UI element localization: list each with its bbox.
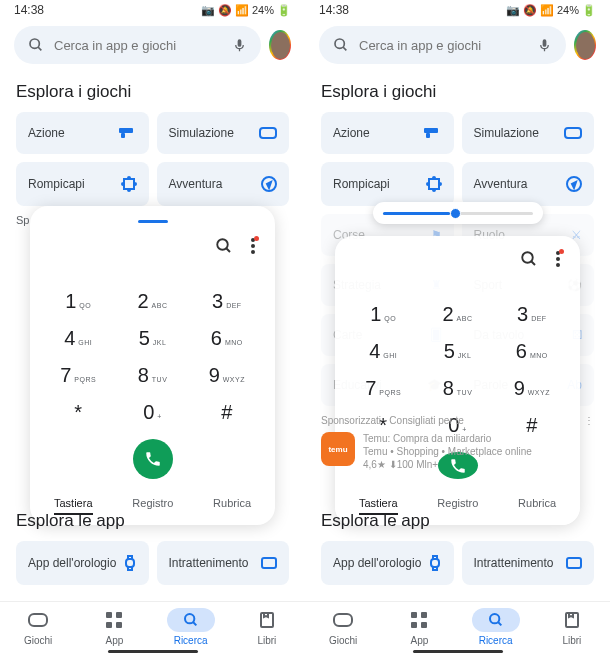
volume-slider[interactable]	[373, 202, 543, 224]
gesture-bar[interactable]	[413, 650, 503, 653]
nav-books[interactable]: Libri	[548, 608, 596, 646]
search-icon	[28, 37, 44, 53]
svg-rect-23	[424, 128, 438, 133]
chip-avventura[interactable]: Avventura	[157, 162, 290, 206]
svg-rect-24	[426, 133, 430, 138]
key-9[interactable]: 9WXYZ	[199, 359, 255, 392]
svg-rect-14	[106, 612, 112, 618]
sponsored-app[interactable]: temu Temu: Compra da miliardario Temu • …	[321, 432, 594, 471]
chip-watch-apps[interactable]: App dell'orologio	[16, 541, 149, 585]
avatar[interactable]	[269, 30, 291, 60]
key-7[interactable]: 7PQRS	[50, 359, 106, 392]
nav-games[interactable]: Giochi	[319, 608, 367, 646]
dialer-search-icon[interactable]	[520, 250, 538, 268]
search-bar[interactable]	[14, 26, 261, 64]
key-5[interactable]: 5JKL	[124, 322, 180, 355]
dialer-search-icon[interactable]	[215, 237, 233, 255]
compass-icon	[566, 176, 582, 192]
key-3[interactable]: 3DEF	[199, 285, 255, 318]
gun-icon	[424, 126, 442, 140]
nav-games[interactable]: Giochi	[14, 608, 62, 646]
key-5[interactable]: 5JKL	[429, 335, 485, 368]
key-7[interactable]: 7PQRS	[355, 372, 411, 405]
mic-icon[interactable]	[232, 38, 247, 53]
key-8[interactable]: 8TUV	[124, 359, 180, 392]
svg-rect-32	[431, 559, 439, 567]
status-bar: 14:38 📷 🔕 📶 24%🔋	[305, 0, 610, 20]
svg-rect-4	[260, 128, 276, 138]
gamepad-icon	[333, 613, 353, 627]
svg-point-27	[522, 252, 533, 263]
search-nav-icon	[183, 612, 199, 628]
mic-icon[interactable]	[537, 38, 552, 53]
key-6[interactable]: 6MNO	[504, 335, 560, 368]
svg-rect-2	[119, 128, 133, 133]
key-2[interactable]: 2ABC	[124, 285, 180, 318]
key-4[interactable]: 4GHI	[50, 322, 106, 355]
dialer-more-button[interactable]	[556, 251, 560, 267]
search-bar[interactable]	[319, 26, 566, 64]
svg-rect-38	[421, 622, 427, 628]
chip-azione[interactable]: Azione	[16, 112, 149, 154]
notification-dot	[254, 236, 259, 241]
volume-thumb[interactable]	[450, 208, 461, 219]
key-4[interactable]: 4GHI	[355, 335, 411, 368]
key-0[interactable]: 0+	[124, 396, 180, 429]
key-1[interactable]: 1QO	[50, 285, 106, 318]
avatar[interactable]	[574, 30, 596, 60]
svg-line-7	[226, 248, 230, 252]
search-input[interactable]	[54, 38, 222, 53]
search-nav-icon	[488, 612, 504, 628]
key-3[interactable]: 3DEF	[504, 298, 560, 331]
search-icon	[333, 37, 349, 53]
chip-simulazione[interactable]: Simulazione	[462, 112, 595, 154]
svg-rect-17	[116, 622, 122, 628]
chip-watch-apps[interactable]: App dell'orologio	[321, 541, 454, 585]
call-button[interactable]	[133, 439, 173, 479]
chip-entertainment[interactable]: Intrattenimento	[462, 541, 595, 585]
chip-rompicapi[interactable]: Rompicapi	[16, 162, 149, 206]
svg-point-9	[251, 244, 255, 248]
svg-rect-37	[411, 622, 417, 628]
svg-point-31	[556, 263, 560, 267]
key-9[interactable]: 9WXYZ	[504, 372, 560, 405]
book-icon	[565, 612, 579, 628]
svg-point-39	[490, 614, 499, 623]
svg-line-22	[343, 47, 346, 50]
key-8[interactable]: 8TUV	[429, 372, 485, 405]
vr-icon	[259, 127, 277, 139]
chip-simulazione[interactable]: Simulazione	[157, 112, 290, 154]
search-input[interactable]	[359, 38, 527, 53]
nav-books[interactable]: Libri	[243, 608, 291, 646]
gesture-bar[interactable]	[108, 650, 198, 653]
notification-dot	[559, 249, 564, 254]
svg-point-18	[185, 614, 194, 623]
key-star[interactable]: *	[50, 396, 106, 429]
dialer-more-button[interactable]	[251, 238, 255, 254]
svg-rect-35	[411, 612, 417, 618]
chip-azione[interactable]: Azione	[321, 112, 454, 154]
section-games-title: Esplora i giochi	[305, 70, 610, 112]
svg-rect-12	[262, 558, 276, 568]
nav-apps[interactable]: App	[395, 608, 443, 646]
apps-grid-icon	[411, 612, 427, 628]
svg-rect-11	[126, 559, 134, 567]
svg-rect-16	[106, 622, 112, 628]
chip-entertainment[interactable]: Intrattenimento	[157, 541, 290, 585]
drag-handle[interactable]	[138, 220, 168, 223]
nav-search[interactable]: Ricerca	[472, 608, 520, 646]
vr-icon	[564, 127, 582, 139]
svg-rect-33	[567, 558, 581, 568]
nav-apps[interactable]: App	[90, 608, 138, 646]
chip-rompicapi[interactable]: Rompicapi	[321, 162, 454, 206]
svg-rect-15	[116, 612, 122, 618]
key-2[interactable]: 2ABC	[429, 298, 485, 331]
key-6[interactable]: 6MNO	[199, 322, 255, 355]
nav-search[interactable]: Ricerca	[167, 608, 215, 646]
key-hash[interactable]: #	[199, 396, 255, 429]
chip-avventura[interactable]: Avventura	[462, 162, 595, 206]
ticket-icon	[566, 557, 582, 569]
more-icon[interactable]: ⋮	[584, 415, 594, 426]
svg-line-19	[193, 622, 196, 625]
key-1[interactable]: 1QO	[355, 298, 411, 331]
